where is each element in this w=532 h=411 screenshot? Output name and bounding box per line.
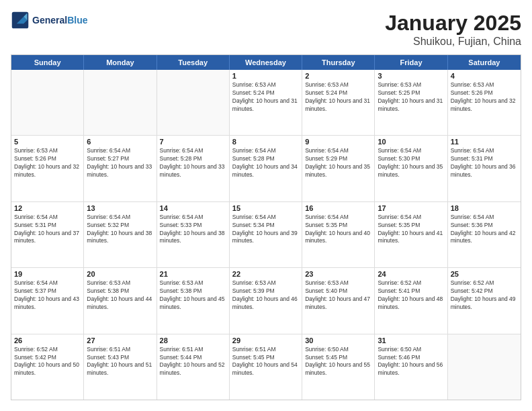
calendar-cell: 5Sunrise: 6:53 AMSunset: 5:26 PMDaylight… [11,136,84,201]
cell-info: Sunrise: 6:54 AMSunset: 5:29 PMDaylight:… [305,147,371,179]
day-number: 31 [378,336,444,345]
calendar-cell [84,70,157,135]
logo-icon [11,11,30,30]
calendar-cell: 6Sunrise: 6:54 AMSunset: 5:27 PMDaylight… [84,136,157,201]
day-number: 9 [305,138,371,146]
day-number: 18 [451,204,518,212]
calendar-cell [11,70,84,135]
day-number: 8 [232,138,299,146]
calendar-cell: 10Sunrise: 6:54 AMSunset: 5:30 PMDayligh… [375,136,447,201]
calendar-cell: 16Sunrise: 6:54 AMSunset: 5:35 PMDayligh… [302,202,375,267]
calendar-cell: 20Sunrise: 6:53 AMSunset: 5:38 PMDayligh… [84,268,157,333]
cell-info: Sunrise: 6:54 AMSunset: 5:34 PMDaylight:… [232,214,299,246]
calendar-row-3: 12Sunrise: 6:54 AMSunset: 5:31 PMDayligh… [11,202,521,268]
calendar-cell: 21Sunrise: 6:53 AMSunset: 5:38 PMDayligh… [157,268,230,333]
calendar-cell: 1Sunrise: 6:53 AMSunset: 5:24 PMDaylight… [230,70,302,135]
cell-info: Sunrise: 6:54 AMSunset: 5:32 PMDaylight:… [87,214,153,246]
calendar-cell: 17Sunrise: 6:54 AMSunset: 5:35 PMDayligh… [375,202,447,267]
calendar-cell: 30Sunrise: 6:50 AMSunset: 5:45 PMDayligh… [302,334,375,400]
title-block: January 2025 Shuikou, Fujian, China [385,11,521,48]
cell-info: Sunrise: 6:53 AMSunset: 5:39 PMDaylight:… [232,279,299,312]
header: GeneralBlue January 2025 Shuikou, Fujian… [11,11,521,48]
day-number: 22 [232,270,299,278]
cell-info: Sunrise: 6:50 AMSunset: 5:46 PMDaylight:… [378,346,444,378]
day-number: 7 [160,138,226,146]
day-number: 25 [451,270,518,278]
calendar-header: SundayMondayTuesdayWednesdayThursdayFrid… [11,55,521,70]
calendar-cell: 27Sunrise: 6:51 AMSunset: 5:43 PMDayligh… [84,334,157,400]
day-number: 27 [87,336,153,345]
subtitle: Shuikou, Fujian, China [385,36,521,48]
calendar-cell: 31Sunrise: 6:50 AMSunset: 5:46 PMDayligh… [375,334,447,400]
day-number: 19 [14,270,81,278]
cell-info: Sunrise: 6:54 AMSunset: 5:36 PMDaylight:… [451,214,518,246]
day-number: 13 [87,204,153,212]
day-number: 6 [87,138,153,146]
calendar-cell: 18Sunrise: 6:54 AMSunset: 5:36 PMDayligh… [448,202,521,267]
cell-info: Sunrise: 6:54 AMSunset: 5:31 PMDaylight:… [451,147,518,179]
day-number: 5 [14,138,81,146]
calendar-row-5: 26Sunrise: 6:52 AMSunset: 5:42 PMDayligh… [11,334,521,400]
cell-info: Sunrise: 6:54 AMSunset: 5:30 PMDaylight:… [378,147,444,179]
calendar-cell: 19Sunrise: 6:54 AMSunset: 5:37 PMDayligh… [11,268,84,333]
cell-info: Sunrise: 6:51 AMSunset: 5:43 PMDaylight:… [87,346,153,378]
cell-info: Sunrise: 6:54 AMSunset: 5:37 PMDaylight:… [14,279,81,312]
calendar-cell: 4Sunrise: 6:53 AMSunset: 5:26 PMDaylight… [448,70,521,135]
day-number: 15 [232,204,299,212]
calendar-cell: 15Sunrise: 6:54 AMSunset: 5:34 PMDayligh… [230,202,302,267]
day-number: 4 [451,72,518,80]
calendar-row-4: 19Sunrise: 6:54 AMSunset: 5:37 PMDayligh… [11,268,521,334]
cell-info: Sunrise: 6:52 AMSunset: 5:42 PMDaylight:… [14,346,81,378]
cell-info: Sunrise: 6:53 AMSunset: 5:38 PMDaylight:… [160,279,226,312]
cell-info: Sunrise: 6:53 AMSunset: 5:40 PMDaylight:… [305,279,371,312]
calendar-row-1: 1Sunrise: 6:53 AMSunset: 5:24 PMDaylight… [11,70,521,136]
day-number: 10 [378,138,444,146]
page: GeneralBlue January 2025 Shuikou, Fujian… [0,0,532,411]
calendar-cell: 24Sunrise: 6:52 AMSunset: 5:41 PMDayligh… [375,268,447,333]
day-number: 26 [14,336,81,345]
calendar-cell: 22Sunrise: 6:53 AMSunset: 5:39 PMDayligh… [230,268,302,333]
cell-info: Sunrise: 6:54 AMSunset: 5:35 PMDaylight:… [378,214,444,246]
calendar-cell: 9Sunrise: 6:54 AMSunset: 5:29 PMDaylight… [302,136,375,201]
logo: GeneralBlue [11,11,87,30]
cell-info: Sunrise: 6:53 AMSunset: 5:26 PMDaylight:… [14,147,81,179]
calendar-row-2: 5Sunrise: 6:53 AMSunset: 5:26 PMDaylight… [11,136,521,201]
header-day-sunday: Sunday [11,55,84,70]
day-number: 1 [232,72,299,80]
day-number: 12 [14,204,81,212]
header-day-friday: Friday [375,55,447,70]
header-day-thursday: Thursday [302,55,375,70]
day-number: 20 [87,270,153,278]
cell-info: Sunrise: 6:54 AMSunset: 5:33 PMDaylight:… [160,214,226,246]
calendar-cell: 28Sunrise: 6:51 AMSunset: 5:44 PMDayligh… [157,334,230,400]
calendar-body: 1Sunrise: 6:53 AMSunset: 5:24 PMDaylight… [11,70,521,400]
calendar-cell [448,334,521,400]
day-number: 2 [305,72,371,80]
cell-info: Sunrise: 6:54 AMSunset: 5:27 PMDaylight:… [87,147,153,179]
header-day-tuesday: Tuesday [157,55,230,70]
calendar-cell: 2Sunrise: 6:53 AMSunset: 5:24 PMDaylight… [302,70,375,135]
day-number: 11 [451,138,518,146]
day-number: 28 [160,336,226,345]
calendar-cell: 14Sunrise: 6:54 AMSunset: 5:33 PMDayligh… [157,202,230,267]
calendar-cell: 23Sunrise: 6:53 AMSunset: 5:40 PMDayligh… [302,268,375,333]
day-number: 16 [305,204,371,212]
header-day-monday: Monday [84,55,157,70]
header-day-wednesday: Wednesday [230,55,302,70]
calendar-cell [157,70,230,135]
calendar-cell: 29Sunrise: 6:51 AMSunset: 5:45 PMDayligh… [230,334,302,400]
main-title: January 2025 [385,11,521,36]
cell-info: Sunrise: 6:53 AMSunset: 5:25 PMDaylight:… [378,81,444,113]
day-number: 30 [305,336,371,345]
cell-info: Sunrise: 6:53 AMSunset: 5:24 PMDaylight:… [305,81,371,113]
calendar-cell: 25Sunrise: 6:52 AMSunset: 5:42 PMDayligh… [448,268,521,333]
cell-info: Sunrise: 6:52 AMSunset: 5:41 PMDaylight:… [378,279,444,312]
cell-info: Sunrise: 6:53 AMSunset: 5:24 PMDaylight:… [232,81,299,113]
cell-info: Sunrise: 6:54 AMSunset: 5:28 PMDaylight:… [232,147,299,179]
calendar-cell: 26Sunrise: 6:52 AMSunset: 5:42 PMDayligh… [11,334,84,400]
calendar-cell: 3Sunrise: 6:53 AMSunset: 5:25 PMDaylight… [375,70,447,135]
cell-info: Sunrise: 6:51 AMSunset: 5:45 PMDaylight:… [232,346,299,378]
cell-info: Sunrise: 6:54 AMSunset: 5:28 PMDaylight:… [160,147,226,179]
day-number: 3 [378,72,444,80]
cell-info: Sunrise: 6:53 AMSunset: 5:38 PMDaylight:… [87,279,153,312]
